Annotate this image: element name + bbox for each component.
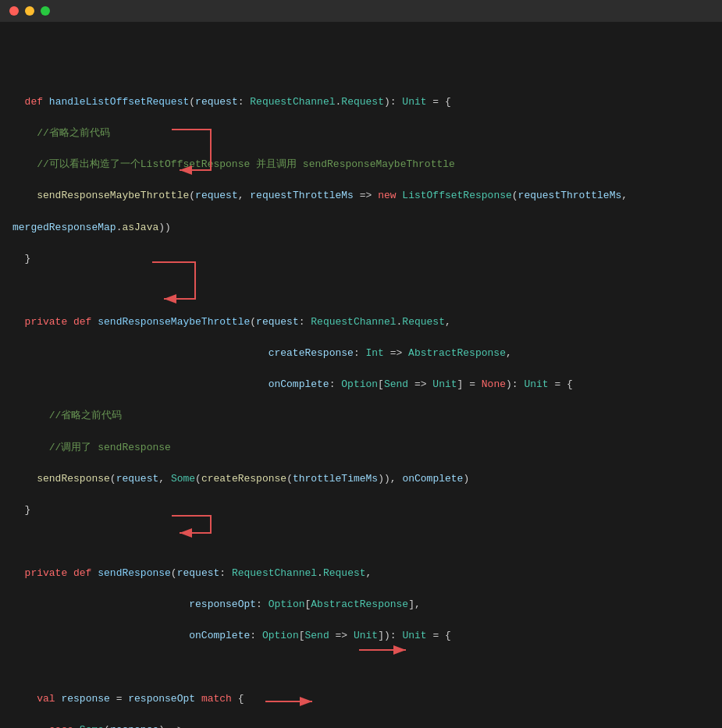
code-line bbox=[0, 282, 722, 298]
code-line: val response = responseOpt match { bbox=[0, 691, 722, 707]
code-line: //省略之前代码 bbox=[0, 408, 722, 424]
code-line: onComplete: Option[Send => Unit] = None)… bbox=[0, 377, 722, 392]
code-line: sendResponse(request, Some(createRespons… bbox=[0, 471, 722, 487]
code-line bbox=[0, 660, 722, 676]
code-line bbox=[0, 62, 722, 78]
code-line: createResponse: Int => AbstractResponse, bbox=[0, 346, 722, 361]
code-line: sendResponseMaybeThrottle(request, reque… bbox=[0, 188, 722, 204]
code-line: } bbox=[0, 502, 722, 518]
code-line: onComplete: Option[Send => Unit]): Unit … bbox=[0, 628, 722, 644]
code-line: responseOpt: Option[AbstractResponse], bbox=[0, 597, 722, 613]
titlebar bbox=[0, 0, 722, 22]
code-area: def handleListOffsetRequest(request: Req… bbox=[0, 22, 722, 728]
code-line: //调用了 sendResponse bbox=[0, 440, 722, 456]
code-line: case Some(response) => bbox=[0, 723, 722, 728]
code-line: //省略之前代码 bbox=[0, 126, 722, 141]
code-line: def handleListOffsetRequest(request: Req… bbox=[0, 94, 722, 110]
code-line bbox=[0, 534, 722, 550]
minimize-button[interactable] bbox=[25, 6, 34, 16]
code-line: //可以看出构造了一个ListOffsetResponse 并且调用 sendR… bbox=[0, 157, 722, 172]
maximize-button[interactable] bbox=[41, 6, 50, 16]
code-line: private def sendResponse(request: Reques… bbox=[0, 566, 722, 581]
close-button[interactable] bbox=[9, 6, 19, 16]
code-line: } bbox=[0, 251, 722, 267]
code-block: def handleListOffsetRequest(request: Req… bbox=[0, 22, 722, 728]
code-line: private def sendResponseMaybeThrottle(re… bbox=[0, 314, 722, 330]
code-line: mergedResponseMap.asJava)) bbox=[0, 220, 722, 236]
